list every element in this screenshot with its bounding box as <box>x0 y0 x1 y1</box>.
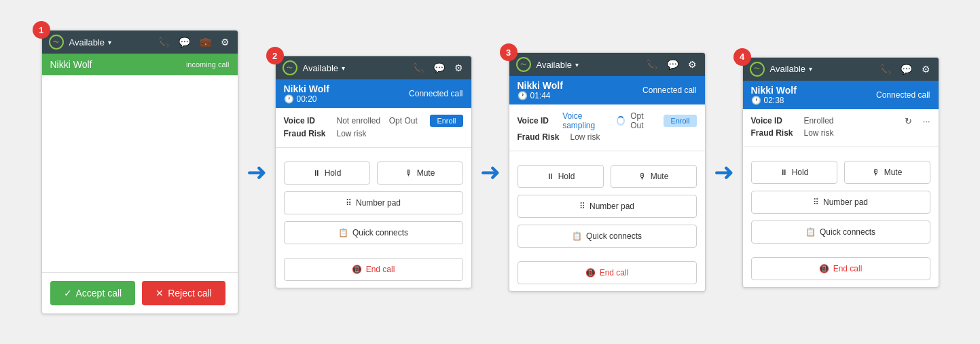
panel-2-header: 〜 Available ▾ 📞 💬 ⚙ <box>276 56 471 79</box>
header-icons: 📞 💬 💼 ⚙ <box>156 35 231 49</box>
status-label-2: Available <box>303 63 339 73</box>
chat-icon-4[interactable]: 💬 <box>899 62 913 76</box>
voice-id-value-2: Not enrolled <box>337 116 381 126</box>
end-call-button-2[interactable]: 📵 End call <box>284 258 463 281</box>
chevron-down-icon-4[interactable]: ▾ <box>809 65 812 73</box>
x-icon: ✕ <box>156 288 164 299</box>
quick-connects-button-2[interactable]: 📋 Quick connects <box>284 221 463 244</box>
brand-icon: 〜 <box>49 35 64 50</box>
brand-icon-2: 〜 <box>283 60 297 75</box>
step-3-number: 3 <box>500 43 518 61</box>
controls-area-3: ⏸ Hold 🎙 Mute ⠿ Number pad 📋 Quick conne… <box>509 151 705 291</box>
checkmark-icon: ✓ <box>64 288 72 299</box>
call-status-2: Connected call <box>409 89 462 98</box>
reject-call-button[interactable]: ✕ Reject call <box>142 281 225 305</box>
brand-icon-3: 〜 <box>516 57 531 72</box>
chevron-down-icon-3[interactable]: ▾ <box>575 61 579 69</box>
call-timer-4: 🕐 02:38 <box>751 96 797 105</box>
hold-button-3[interactable]: ⏸ Hold <box>518 165 604 188</box>
quick-icon-3: 📋 <box>572 231 582 241</box>
mute-icon-3: 🎙 <box>638 172 647 181</box>
gear-icon-3[interactable]: ⚙ <box>687 58 698 71</box>
status-display: Available ▾ <box>69 37 112 47</box>
hold-mute-row-4: ⏸ Hold 🎙 Mute <box>751 161 930 184</box>
hold-button-4[interactable]: ⏸ Hold <box>751 161 837 184</box>
hold-button-2[interactable]: ⏸ Hold <box>284 161 370 185</box>
fraud-risk-value-2: Low risk <box>337 129 367 138</box>
gear-icon[interactable]: ⚙ <box>219 35 231 49</box>
call-timer-3: 🕐 01:44 <box>518 91 563 100</box>
number-pad-button-2[interactable]: ⠿ Number pad <box>284 191 463 214</box>
fraud-risk-row-3: Fraud Risk Low risk <box>518 132 697 142</box>
quick-connects-button-4[interactable]: 📋 Quick connects <box>751 221 930 244</box>
refresh-icon-4[interactable]: ↻ <box>905 116 912 126</box>
fraud-risk-label-4: Fraud Risk <box>751 128 799 138</box>
end-call-icon-2: 📵 <box>352 265 362 274</box>
quick-icon-2: 📋 <box>338 228 348 237</box>
fraud-risk-label-3: Fraud Risk <box>518 132 565 142</box>
clock-icon-4: 🕐 <box>751 96 761 105</box>
header-icons-4: 📞 💬 ⚙ <box>878 62 932 76</box>
number-pad-button-3[interactable]: ⠿ Number pad <box>518 195 697 218</box>
enroll-button-2[interactable]: Enroll <box>430 115 462 127</box>
clock-icon-3: 🕐 <box>518 91 528 100</box>
caller-name: Nikki Wolf <box>50 59 92 70</box>
controls-area-2: ⏸ Hold 🎙 Mute ⠿ Number pad 📋 Quick conne… <box>276 148 471 288</box>
status-label-3: Available <box>537 60 573 70</box>
phone-icon-3[interactable]: 📞 <box>645 58 659 71</box>
accept-call-button[interactable]: ✓ Accept call <box>50 281 136 305</box>
pause-icon-3: ⏸ <box>546 172 554 181</box>
enroll-button-3: Enroll <box>664 115 696 127</box>
voice-section-4: Voice ID Enrolled ↻ ··· Fraud Risk Low r… <box>743 109 939 147</box>
fraud-risk-row-4: Fraud Risk Low risk <box>751 128 930 138</box>
opt-out-link-2[interactable]: Opt Out <box>389 116 418 126</box>
mute-button-3[interactable]: 🎙 Mute <box>611 165 697 188</box>
call-name-2: Nikki Wolf <box>284 83 329 94</box>
status-label: Available <box>69 37 105 47</box>
mute-button-2[interactable]: 🎙 Mute <box>377 161 463 185</box>
chevron-down-icon-2[interactable]: ▾ <box>342 64 345 72</box>
voice-id-row-2: Voice ID Not enrolled Opt Out Enroll <box>284 115 463 127</box>
call-status-4: Connected call <box>876 90 930 100</box>
spinner-icon-3 <box>617 116 625 126</box>
pause-icon-2: ⏸ <box>312 168 321 178</box>
call-name-3: Nikki Wolf <box>518 80 563 91</box>
voice-id-label-4: Voice ID <box>751 116 799 126</box>
opt-out-link-3[interactable]: Opt Out <box>630 111 654 130</box>
gear-icon-2[interactable]: ⚙ <box>453 61 465 75</box>
voice-id-label-3: Voice ID <box>518 116 558 126</box>
brand-icon-4: 〜 <box>750 62 765 77</box>
step-4-wrapper: 4 〜 Available ▾ 📞 💬 ⚙ Nikki Wolf <box>742 57 939 288</box>
chat-icon-2[interactable]: 💬 <box>432 61 446 75</box>
fraud-risk-label-2: Fraud Risk <box>284 129 331 138</box>
arrow-3: ➜ <box>714 158 734 187</box>
number-pad-button-4[interactable]: ⠿ Number pad <box>751 191 930 214</box>
mute-button-4[interactable]: 🎙 Mute <box>844 161 930 184</box>
clock-icon-2: 🕐 <box>284 94 294 104</box>
voice-id-row-4: Voice ID Enrolled ↻ ··· <box>751 116 930 126</box>
chat-icon-3[interactable]: 💬 <box>666 58 680 71</box>
more-icon-4[interactable]: ··· <box>923 116 930 126</box>
step-2-wrapper: 2 〜 Available ▾ 📞 💬 ⚙ Nikki Wolf <box>275 56 472 288</box>
phone-icon[interactable]: 📞 <box>156 35 170 49</box>
phone-icon-4[interactable]: 📞 <box>878 62 892 76</box>
step-1-number: 1 <box>33 21 50 39</box>
arrow-2: ➜ <box>480 158 501 187</box>
fraud-risk-value-4: Low risk <box>804 128 834 138</box>
phone-icon-2[interactable]: 📞 <box>411 61 425 75</box>
chevron-down-icon[interactable]: ▾ <box>108 39 111 46</box>
chat-icon[interactable]: 💬 <box>177 35 192 49</box>
panel-3-header: 〜 Available ▾ 📞 💬 ⚙ <box>509 53 705 76</box>
end-call-button-3[interactable]: 📵 End call <box>518 261 697 284</box>
panel-3: 〜 Available ▾ 📞 💬 ⚙ Nikki Wolf 🕐 01: <box>509 52 706 292</box>
end-call-button-4[interactable]: 📵 End call <box>751 257 930 280</box>
status-display-2: Available ▾ <box>303 63 346 73</box>
call-info-bar-2: Nikki Wolf 🕐 00:20 Connected call <box>276 79 471 108</box>
header-icons-2: 📞 💬 ⚙ <box>411 61 465 75</box>
status-display-3: Available ▾ <box>537 60 579 70</box>
briefcase-icon[interactable]: 💼 <box>198 35 213 49</box>
gear-icon-4[interactable]: ⚙ <box>920 62 932 76</box>
reject-label: Reject call <box>168 288 212 299</box>
quick-connects-button-3[interactable]: 📋 Quick connects <box>518 225 697 248</box>
fraud-risk-value-3: Low risk <box>570 132 600 142</box>
